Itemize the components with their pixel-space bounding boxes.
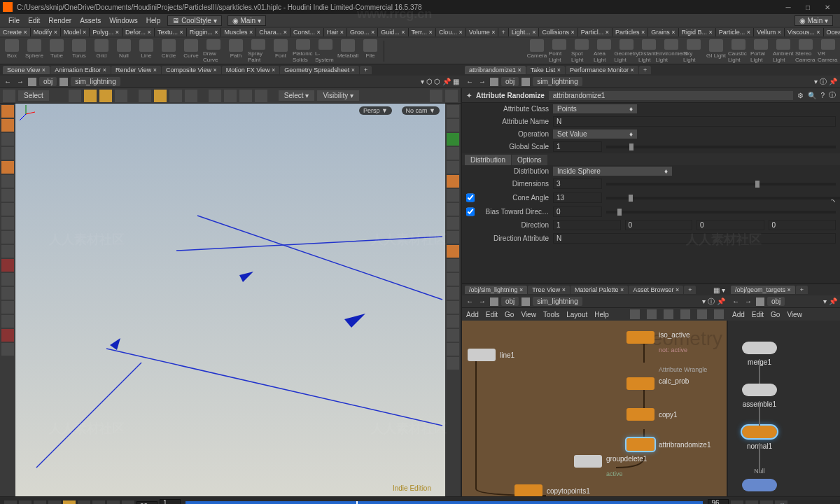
audio-icon[interactable]: 🔊	[775, 500, 788, 505]
forward-icon[interactable]: →	[477, 298, 487, 305]
shelf-tab[interactable]: Terr... ×	[409, 28, 436, 36]
subtab-options[interactable]: Options	[512, 155, 547, 165]
display-icon[interactable]	[447, 245, 459, 258]
bias-checkbox[interactable]	[466, 207, 475, 216]
display-icon[interactable]	[447, 119, 459, 132]
node-normal1[interactable]: normal1	[742, 426, 777, 450]
network-canvas-right[interactable]: merge1 assemble1 normal1 Null OUT	[728, 321, 840, 496]
tool-lsystem[interactable]: L-System	[315, 39, 336, 63]
shelf-tab[interactable]: Polyg... ×	[90, 28, 122, 36]
first-frame-icon[interactable]: |◀	[4, 500, 17, 505]
tool-font[interactable]: Font	[270, 39, 291, 63]
timeline-track[interactable]	[186, 501, 703, 505]
snap-icon[interactable]	[224, 90, 237, 102]
tool-stereocamera[interactable]: Stereo Camera	[795, 39, 816, 63]
net-icon[interactable]	[714, 309, 724, 319]
tool-icon[interactable]	[1, 343, 14, 356]
node-iso-active[interactable]: iso_active not: active	[626, 331, 690, 354]
shelf-tab[interactable]: Clou... ×	[436, 28, 466, 36]
snap-icon[interactable]	[239, 90, 252, 102]
display-icon[interactable]	[447, 287, 459, 300]
tool-icon[interactable]	[1, 161, 14, 174]
shelf-tab[interactable]: Groo... ×	[347, 28, 378, 36]
net-icon[interactable]	[630, 309, 640, 319]
menu-edit[interactable]: Edit	[24, 17, 44, 24]
maximize-button[interactable]: □	[798, 4, 818, 11]
snap-icon[interactable]	[255, 90, 267, 102]
shelf-tab[interactable]: Particles ×	[612, 28, 648, 36]
tool-vrcamera[interactable]: VR Camera	[818, 39, 839, 63]
tool-spotlight[interactable]: Spot Light	[571, 39, 592, 63]
tool-icon[interactable]	[1, 273, 14, 286]
display-icon[interactable]	[447, 217, 459, 230]
tool-icon[interactable]	[1, 133, 14, 146]
tool-icon[interactable]	[1, 259, 14, 272]
view-icon[interactable]	[430, 90, 442, 102]
display-icon[interactable]	[447, 329, 459, 342]
display-icon[interactable]	[447, 343, 459, 356]
tool-platonic[interactable]: Platonic Solids	[293, 39, 314, 63]
tool-arealight[interactable]: Area Light	[594, 39, 615, 63]
tool-tube[interactable]: Tube	[46, 39, 67, 63]
display-icon[interactable]	[447, 301, 459, 314]
tool-geolight[interactable]: Geometry Light	[616, 39, 637, 63]
node-groupdelete1[interactable]: groupdelete1 active	[574, 455, 647, 477]
path-sim[interactable]: sim_lightning	[533, 297, 582, 306]
shelf-tab[interactable]: Particl... ×	[578, 28, 612, 36]
stop-icon[interactable]: ■	[63, 500, 76, 505]
tool-icon[interactable]	[1, 203, 14, 216]
menu-file[interactable]: File	[4, 17, 24, 24]
tool-circle[interactable]: Circle	[158, 39, 179, 63]
net-menu-add[interactable]: Add	[732, 311, 745, 318]
forward-icon[interactable]: →	[15, 78, 25, 85]
help-icon[interactable]: ?	[820, 92, 825, 99]
tool-icon[interactable]	[1, 287, 14, 300]
shelf-tab[interactable]: Const... ×	[290, 28, 324, 36]
net-menu-edit[interactable]: Edit	[752, 311, 764, 318]
view-icon[interactable]	[445, 90, 458, 102]
gear-icon[interactable]: ⚙	[797, 92, 804, 99]
forward-icon[interactable]: →	[477, 78, 487, 85]
net-menu-tools[interactable]: Tools	[543, 311, 559, 318]
tab-animation-editor[interactable]: Animation Editor ×	[50, 66, 111, 74]
tab-material[interactable]: Material Palette ×	[570, 286, 628, 294]
shelf-tab[interactable]: Model ×	[61, 28, 90, 36]
radial-right-selector[interactable]: ◉ Main ▾	[794, 15, 833, 26]
operation-dropdown[interactable]: Set Value♦	[553, 130, 637, 139]
search-icon[interactable]: 🔍	[808, 92, 816, 99]
sel-icon[interactable]	[69, 90, 81, 102]
opts-icon[interactable]: ▾ ⬡ ⬡ 📌 ▦	[421, 78, 459, 85]
tool-icon[interactable]	[1, 217, 14, 230]
direction-attr-field[interactable]: N	[553, 233, 836, 244]
laser-icon[interactable]	[185, 90, 197, 102]
node-out[interactable]: Null OUT	[742, 468, 777, 496]
tool-path[interactable]: Path	[225, 39, 246, 63]
net-icon[interactable]	[664, 309, 673, 319]
cone-angle-checkbox[interactable]	[466, 193, 475, 202]
visibility-dropdown[interactable]: Visibility ▾	[317, 90, 359, 101]
tool-envlight[interactable]: Environment Light	[661, 39, 682, 63]
tool-icon[interactable]	[1, 231, 14, 244]
tool-causticlight[interactable]: Caustic Light	[728, 39, 749, 63]
step-fwd-icon[interactable]: I▶	[92, 500, 105, 505]
tool-icon[interactable]	[1, 315, 14, 328]
pin-icon[interactable]: ▾ ⓘ 📌	[702, 297, 725, 307]
lasso-icon[interactable]	[154, 90, 167, 102]
tool-null[interactable]: Null	[113, 39, 134, 63]
path-obj[interactable]: obj	[767, 297, 785, 306]
last-frame-icon[interactable]: ▶|	[122, 500, 134, 505]
shelf-tab[interactable]: Volume ×	[466, 28, 499, 36]
tool-icon[interactable]	[1, 301, 14, 314]
keyframe-prev-icon[interactable]: ◀|	[19, 500, 31, 505]
net-menu-add[interactable]: Add	[466, 311, 479, 318]
path-sim[interactable]: sim_lightning	[71, 77, 120, 86]
path-obj[interactable]: obj	[39, 77, 57, 86]
display-icon[interactable]	[447, 231, 459, 244]
tab-render-view[interactable]: Render View ×	[111, 66, 161, 74]
tool-curve[interactable]: Curve	[181, 39, 202, 63]
display-icon[interactable]	[447, 357, 459, 370]
loop-icon[interactable]: ↻	[760, 500, 773, 505]
shelf-tab[interactable]: Collisions ×	[539, 28, 578, 36]
menu-render[interactable]: Render	[44, 17, 76, 24]
display-icon[interactable]	[447, 273, 459, 286]
